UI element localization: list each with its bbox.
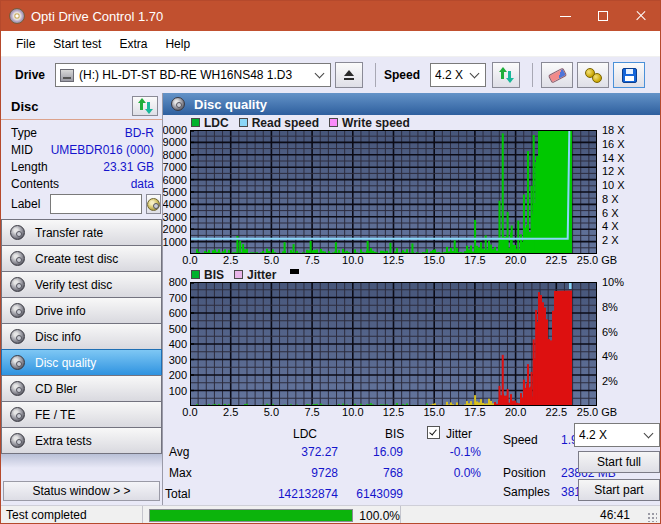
axis-tick-label: 600	[169, 307, 187, 319]
minimize-button[interactable]	[546, 1, 584, 31]
axis-tick-label: 100	[169, 385, 187, 397]
app-body: Disc Type BD-R MID UMEBDR016 (000) Lengt…	[1, 93, 660, 505]
axis-tick-label: 2%	[602, 375, 618, 387]
axis-tick-label: 10%	[602, 276, 624, 288]
axis-tick-label: 17.5	[464, 406, 485, 418]
sidebar-item-disc-info[interactable]: Disc info	[1, 323, 162, 350]
axis-tick-label: 20.0	[505, 406, 526, 418]
erase-disc-button[interactable]	[541, 62, 573, 88]
save-button[interactable]	[613, 62, 645, 88]
position-stat-label: Position	[503, 466, 546, 480]
axis-tick-label: 6%	[602, 326, 618, 338]
jitter-checkbox[interactable]	[427, 426, 440, 439]
axis-tick-label: 0.0	[182, 406, 197, 418]
axis-tick-label: 9000	[163, 136, 187, 148]
disc-icon	[10, 433, 25, 448]
bis-y-axis-left: 800700600500400300200100	[163, 275, 188, 413]
start-full-button[interactable]: Start full	[578, 451, 660, 473]
bis-y-axis-right: 10%8%6%4%2%	[599, 275, 661, 413]
info-value: BD-R	[125, 126, 154, 140]
disc-icon	[147, 198, 160, 211]
save-icon	[622, 68, 637, 83]
info-label: Type	[11, 126, 125, 140]
sidebar-item-cd-bler[interactable]: CD Bler	[1, 375, 162, 402]
ldc-chart-legend: LDCRead speedWrite speed	[163, 115, 660, 130]
info-value: 23.31 GB	[103, 160, 154, 174]
speed-select[interactable]: 4.2 X	[430, 63, 486, 87]
toolbar-separator	[532, 63, 533, 87]
axis-tick-label: 22.5	[546, 406, 567, 418]
test-speed-select[interactable]: 4.2 X	[574, 423, 660, 447]
axis-tick-label: 5.0	[264, 254, 279, 266]
maximize-button[interactable]	[584, 1, 622, 31]
eject-icon	[343, 70, 355, 81]
axis-tick-label: 800	[169, 276, 187, 288]
menu-bar: File Start test Extra Help	[1, 31, 660, 57]
sidebar-item-disc-quality[interactable]: Disc quality	[1, 349, 162, 376]
close-button[interactable]	[622, 1, 660, 31]
refresh-icon	[499, 68, 513, 82]
sidebar-item-verify-test-disc[interactable]: Verify test disc	[1, 271, 162, 298]
bis-x-axis: 0.02.55.07.510.012.515.017.520.022.525.0…	[190, 406, 597, 419]
refresh-drives-button[interactable]	[492, 62, 520, 88]
tools-icon	[584, 68, 602, 82]
eject-button[interactable]	[335, 62, 363, 88]
ldc-x-axis: 0.02.55.07.510.012.515.017.520.022.525.0…	[190, 254, 597, 267]
disc-refresh-button[interactable]	[132, 96, 158, 116]
speed-select-value: 4.2 X	[435, 68, 467, 82]
label-input[interactable]	[50, 194, 142, 214]
axis-tick-label: 7.5	[304, 254, 319, 266]
axis-tick-label: 5000	[163, 186, 187, 198]
axis-tick-label: 400	[169, 338, 187, 350]
disc-info-row-mid: MID UMEBDR016 (000)	[1, 141, 162, 158]
bis-chart-legend: BISJitter	[163, 267, 660, 282]
axis-tick-label: 4%	[602, 350, 618, 362]
status-bar: Test completed 100.0% 46:41	[1, 505, 660, 524]
resize-grip[interactable]	[647, 512, 657, 522]
read-speed-legend-swatch	[239, 118, 248, 127]
axis-tick-label: 14 X	[602, 152, 625, 164]
menu-file[interactable]: File	[7, 31, 44, 57]
axis-tick-label: 20.0	[505, 254, 526, 266]
legend-label: LDC	[204, 116, 229, 130]
start-part-button[interactable]: Start part	[578, 479, 660, 501]
disc-icon	[10, 329, 25, 344]
axis-tick-label: 15.0	[423, 406, 444, 418]
axis-tick-label: 3000	[163, 211, 187, 223]
sidebar-nav: Transfer rate Create test disc Verify te…	[1, 220, 162, 454]
sidebar-item-fe-te[interactable]: FE / TE	[1, 401, 162, 428]
ldc-column-header: LDC	[293, 427, 317, 441]
axis-tick-label: 6 X	[602, 207, 619, 219]
max-row-label: Max	[169, 466, 192, 480]
settings-button[interactable]	[577, 62, 609, 88]
ldc-max-value: 9728	[238, 466, 338, 480]
app-disc-icon	[9, 8, 25, 24]
refresh-icon	[138, 99, 152, 113]
menu-extra[interactable]: Extra	[110, 31, 156, 57]
axis-tick-label: 5.0	[264, 406, 279, 418]
bis-avg-value: 16.09	[346, 445, 403, 459]
axis-tick-label: 17.5	[464, 254, 485, 266]
info-value[interactable]: data	[131, 177, 154, 191]
bis-column-header: BIS	[385, 427, 404, 441]
menu-start-test[interactable]: Start test	[44, 31, 110, 57]
page-title-bar: Disc quality	[163, 93, 660, 115]
status-window-button[interactable]: Status window > >	[3, 481, 160, 501]
axis-tick-label: 12.5	[383, 406, 404, 418]
disc-icon	[10, 225, 25, 240]
sidebar-item-drive-info[interactable]: Drive info	[1, 297, 162, 324]
minimize-icon	[560, 16, 571, 17]
title-bar: Opti Drive Control 1.70	[1, 1, 660, 31]
sidebar: Disc Type BD-R MID UMEBDR016 (000) Lengt…	[1, 93, 163, 505]
axis-tick-label: 25.0 GB	[577, 254, 617, 266]
sidebar-item-extra-tests[interactable]: Extra tests	[1, 427, 162, 454]
check-icon	[429, 428, 437, 436]
chevron-down-icon	[644, 429, 654, 439]
axis-tick-label: 6000	[163, 174, 187, 186]
sidebar-item-create-test-disc[interactable]: Create test disc	[1, 245, 162, 272]
drive-select[interactable]: (H:) HL-DT-ST BD-RE WH16NS48 1.D3	[55, 63, 331, 87]
axis-tick-label: 8%	[602, 301, 618, 313]
write-label-button[interactable]	[146, 194, 161, 214]
menu-help[interactable]: Help	[156, 31, 199, 57]
sidebar-item-transfer-rate[interactable]: Transfer rate	[1, 219, 162, 246]
